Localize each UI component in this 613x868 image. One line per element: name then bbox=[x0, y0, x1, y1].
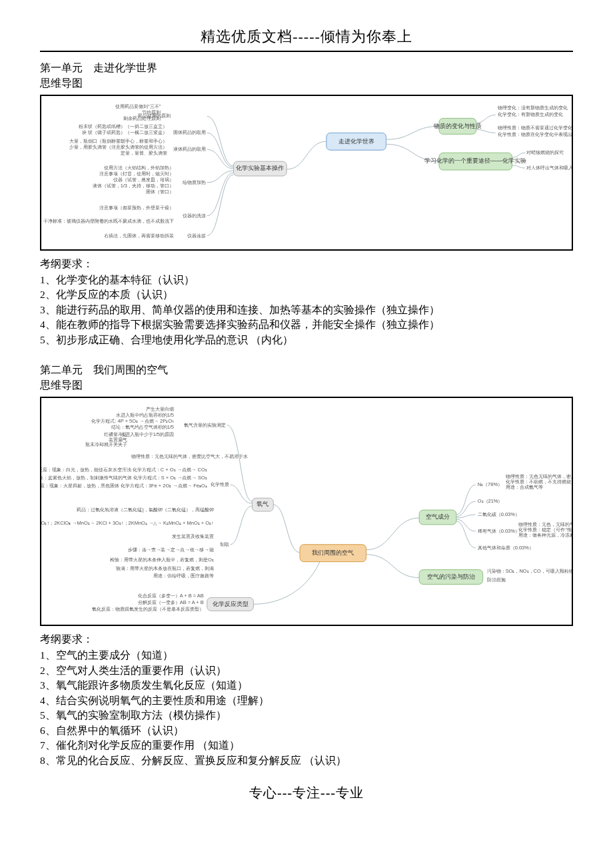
d1-l3: 给物质加热 bbox=[183, 179, 206, 185]
d2-r0d: 稀有气体（0.03%） bbox=[478, 528, 520, 534]
d1-l1b: 块 状（镊子或药匙）（一横二放三竖直） bbox=[81, 129, 167, 135]
d2-l0e3: 瓶未冷却就开关夹子 bbox=[85, 442, 127, 448]
d2-r0a: N₂（78%） bbox=[478, 482, 502, 488]
d2-oxy-mk5: 验满：用带火星的木条放在瓶口，若复燃，则满 bbox=[116, 565, 214, 571]
d1-r1: 物质的变化与性质 bbox=[434, 123, 482, 129]
d1-r1b: 化学变化：有新物质生成的变化 bbox=[498, 111, 563, 117]
d1-l4b: 干净标准：玻璃仪器内壁附着的水既不聚成水滴，也不成股流下 bbox=[43, 218, 174, 224]
unit1-req-list: 1、化学变化的基本特征（认识） 2、化学反应的本质（认识） 3、能进行药品的取用… bbox=[40, 273, 573, 347]
d2-r2b: 分解反应（一变多）AB = A + B bbox=[138, 600, 204, 606]
list-item: 2、化学反应的本质（认识） bbox=[40, 287, 573, 302]
d2-l0d: 结论：氧气约占空气体积的1/5 bbox=[111, 424, 174, 430]
d2-oxy-mk0: 药品：过氧化氢溶液（二氧化锰)，氯酸钾（二氧化锰），高锰酸钾 bbox=[77, 507, 213, 513]
d2-r0a3: 用途：合成氨气等 bbox=[506, 485, 543, 491]
d1-l5: 仪器连接 bbox=[187, 233, 206, 239]
d1-r2b: 对人体呼出气体和吸入空气的探究 bbox=[526, 165, 572, 171]
unit2-req-title: 考纲要求： bbox=[40, 633, 573, 647]
d2-oxy-mk: 制取 bbox=[220, 541, 229, 547]
d1-l0b: 节约原则 bbox=[142, 109, 161, 115]
d1-l2a: 大量，瓶倒口（瓶倒标签朝手心，标签和手心） bbox=[69, 138, 167, 144]
d1-l3e: 固体（管口） bbox=[146, 189, 174, 195]
d1-l3d: 液体（试管，1/3，夹持，移动，管口） bbox=[93, 183, 174, 189]
d1-r2a: 对蜡烛燃烧的探究 bbox=[526, 149, 564, 155]
d1-r1a: 物理变化：没有新物质生成的变化 bbox=[498, 105, 568, 111]
list-item: 6、自然界中的氧循环（认识） bbox=[40, 723, 573, 738]
d1-l5a: 右插法，先固体，再需要移动拆装 bbox=[104, 233, 174, 239]
d1-l2c: 定量，量筒、胶头滴管 bbox=[121, 150, 167, 156]
d2-r0e: 其他气体和杂质（0.03%） bbox=[478, 545, 534, 551]
list-item: 8、常见的化合反应、分解反应、置换反应和复分解反应 （认识） bbox=[40, 753, 573, 768]
page-title: 精选优质文档-----倾情为你奉上 bbox=[40, 27, 573, 47]
d1-l3a: 使用方法（火焰结构，外焰加热） bbox=[104, 165, 174, 171]
list-item: 4、结合实例说明氧气的主要性质和用途（理解） bbox=[40, 693, 573, 708]
d2-r1b: 防治措施 bbox=[487, 577, 506, 583]
page: 精选优质文档-----倾情为你奉上 第一单元 走进化学世界 思维导图 走进化学世… bbox=[0, 0, 613, 822]
list-item: 1、空气的主要成分（知道） bbox=[40, 648, 573, 663]
d2-l0b: 水进入瓶中约占瓶容积的1/5 bbox=[116, 412, 174, 418]
d1-l3c: 仪器（试管，蒸发皿，坩埚） bbox=[113, 177, 174, 183]
unit2-title: 第二单元 我们周围的空气 bbox=[40, 363, 573, 377]
d1-left: 化学实验基本操作 bbox=[236, 165, 284, 171]
unit2-req-list: 1、空气的主要成分（知道） 2、空气对人类生活的重要作用（认识） 3、氧气能跟许… bbox=[40, 648, 573, 768]
list-item: 7、催化剂对化学反应的重要作用 （知道） bbox=[40, 738, 573, 753]
d1-l1: 固体药品的取用 bbox=[173, 129, 206, 135]
d2-r1: 空气的污染与防治 bbox=[427, 573, 475, 580]
d1-root: 走进化学世界 bbox=[338, 138, 374, 145]
list-item: 2、空气对人类生活的重要作用（认识） bbox=[40, 663, 573, 678]
d2-r0: 空气成分 bbox=[426, 514, 450, 521]
d1-l0c: 剩余药品处理原则 bbox=[123, 115, 161, 121]
d1-l2b: 少量，用胶头滴管（注意胶头滴管的使用方法） bbox=[69, 144, 167, 150]
d2-l0a: 产生大量白烟 bbox=[146, 406, 174, 412]
d2-r2: 化学反应类型 bbox=[213, 601, 249, 607]
d1-l0a: 使用药品要做到“三不” bbox=[115, 103, 161, 109]
d2-oxy-mk3: 步骤：连→查→装→定→点→收→移→熄 bbox=[128, 547, 214, 553]
d1-r1c: 物理性质：物质不需要通过化学变化就能表现出来的性质 bbox=[498, 125, 572, 131]
d2-oxy-mk2: 发生装置及收集装置 bbox=[172, 533, 214, 539]
d2-r0d3: 用途：做各种光源，冷冻麻醉等等 bbox=[518, 532, 572, 538]
list-item: 3、能进行药品的取用、简单仪器的使用和连接、加热等基本的实验操作（独立操作） bbox=[40, 303, 573, 317]
page-footer: 专心---专注---专业 bbox=[40, 784, 573, 802]
list-item: 3、氧气能跟许多物质发生氧化反应（知道） bbox=[40, 678, 573, 693]
d1-l4a: 注意事项（都要预热，外壁要干燥） bbox=[99, 205, 174, 211]
d1-l3b: 注意事项（灯冒，使用时，熄灭时） bbox=[99, 171, 174, 177]
d2-oxy-cp3: 与铝的反应：现象：火星四射，放热，黑色固体 化学方程式：3Fe + 2O₂ →点… bbox=[41, 483, 207, 489]
d2-l-oxy: 氧气 bbox=[257, 501, 269, 508]
unit1-diagram: 走进化学世界 物质的变化与性质 物理变化：没有新物质生成的变化 化学变化：有新物… bbox=[40, 95, 573, 251]
d2-l0c: 化学方程式: 4P + 5O₂ →点燃→ 2P₂O₅ bbox=[91, 418, 174, 424]
d2-r1a: 污染物：SO₂，NO₂，CO，可吸入颗粒物，臭氧 bbox=[487, 568, 572, 574]
unit1-subhead: 思维导图 bbox=[40, 77, 573, 91]
d1-r1d: 化学性质：物质在化学变化中表现出来的性质 bbox=[498, 131, 572, 137]
d1-l4: 仪器的洗涤 bbox=[183, 213, 206, 219]
d2-r0b: O₂（21%） bbox=[478, 498, 503, 504]
d2-r2c: 氧化反应：物质跟氧发生的反应（不是基本反应类型） bbox=[92, 607, 204, 613]
d2-oxy-cp: 化学性质 bbox=[211, 482, 229, 488]
d2-oxy-mk6: 用途：供给呼吸，医疗急救等 bbox=[153, 573, 214, 579]
d2-oxy-cp1: 与木炭的反应：现象：白光，放热，能使石灰水变浑浊 化学方程式：C + O₂ →点… bbox=[41, 467, 207, 473]
unit2-subhead: 思维导图 bbox=[40, 379, 573, 393]
d2-l0e: 水进入瓶中少于1/5的原因 bbox=[121, 431, 174, 437]
d2-oxy-pp: 物理性质：无色无味的气体，密度比空气大，不易溶于水 bbox=[131, 454, 248, 460]
d2-r2a: 化合反应（多变一）A + B = AB bbox=[138, 593, 204, 599]
d2-oxy-cp2: 与铁的反应：现象：蓝紫色火焰，放热，制刺激性气味的气体 化学方程式：S + O₂… bbox=[41, 475, 207, 481]
d1-r2: 学习化学的一个重要途径——化学实验 bbox=[424, 157, 526, 164]
list-item: 5、初步形成正确、合理地使用化学品的意识 （内化） bbox=[40, 333, 573, 347]
unit1-req-title: 考纲要求： bbox=[40, 257, 573, 271]
d2-r0c: 二氧化碳（0.03%） bbox=[478, 511, 520, 517]
list-item: 1、化学变化的基本特征（认识） bbox=[40, 273, 573, 287]
d2-oxy-mk4: 检验：用带火星的木条伸入瓶中，若复燃，则是O₂ bbox=[110, 557, 214, 563]
unit2-diagram: 我们周围的空气 空气成分 N₂（78%） 物理性质：无色无味的气体，密度比空气略… bbox=[40, 397, 573, 626]
unit1-title: 第一单元 走进化学世界 bbox=[40, 61, 573, 75]
d1-l2: 液体药品的取用 bbox=[173, 146, 206, 152]
d2-root: 我们周围的空气 bbox=[312, 549, 354, 556]
title-rule bbox=[40, 51, 573, 52]
d2-oxy-mk1: 反应原理：2H₂O₂ →MnO₂→ 2H₂O + O₂↑；2KClO₃ →MnO… bbox=[41, 520, 214, 526]
d1-l1a: 粉末状（药匙或纸槽）（一斜二放三直立） bbox=[79, 123, 167, 129]
d2-l0: 氧气含量的实验测定 bbox=[184, 422, 226, 428]
list-item: 4、能在教师的指导下根据实验需要选择实验药品和仪器，并能安全操作（独立操作） bbox=[40, 317, 573, 332]
list-item: 5、氧气的实验室制取方法（模仿操作） bbox=[40, 708, 573, 723]
